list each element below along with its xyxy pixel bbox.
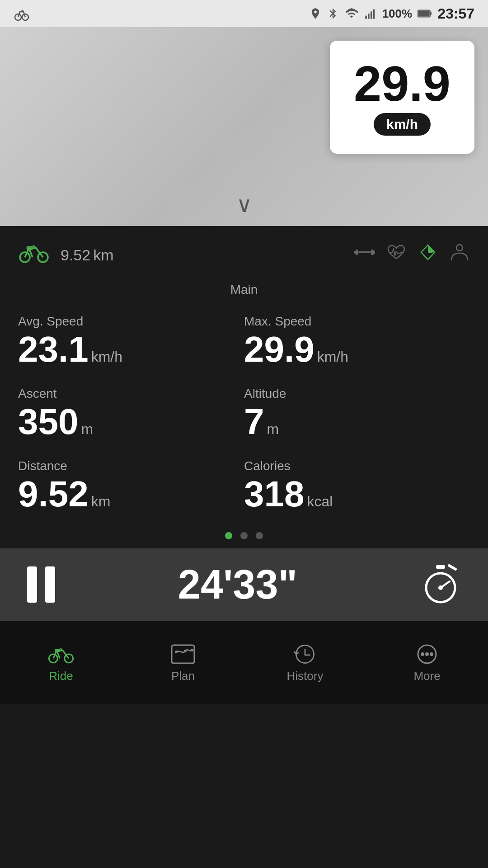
svg-rect-4 xyxy=(371,11,372,19)
nav-more[interactable]: More xyxy=(366,621,488,704)
pagination-dots xyxy=(18,528,470,548)
nav-history-label: History xyxy=(287,669,324,683)
page-dot-1[interactable] xyxy=(225,532,232,539)
timer-display: 24'33" xyxy=(178,561,297,608)
total-distance-display: 9.52km xyxy=(18,239,114,266)
battery-percent: 100% xyxy=(382,7,413,21)
stopwatch-icon xyxy=(420,564,461,605)
more-nav-icon xyxy=(413,643,441,665)
svg-point-9 xyxy=(20,252,30,262)
stat-calories-label: Calories xyxy=(244,459,470,473)
location-icon xyxy=(309,7,322,20)
nav-plan[interactable]: Plan xyxy=(122,621,244,704)
stat-distance-label: Distance xyxy=(18,459,244,473)
nav-ride-label: Ride xyxy=(49,669,73,683)
svg-rect-15 xyxy=(372,251,375,254)
stat-max-speed-value: 29.9km/h xyxy=(244,331,470,368)
svg-point-23 xyxy=(49,654,57,663)
stat-calories: Calories 318kcal xyxy=(244,451,470,523)
stat-ascent-label: Ascent xyxy=(18,387,244,401)
status-right-icons: 100% 23:57 xyxy=(309,5,474,22)
svg-point-17 xyxy=(456,245,463,251)
svg-rect-18 xyxy=(436,565,445,569)
svg-point-34 xyxy=(421,652,424,656)
stat-ascent: Ascent 350m xyxy=(18,378,244,451)
svg-rect-16 xyxy=(358,251,371,253)
svg-rect-7 xyxy=(430,12,432,15)
svg-point-22 xyxy=(438,585,443,590)
stat-altitude-value: 7m xyxy=(244,404,470,440)
navigation-icon xyxy=(418,243,438,261)
profile-icon xyxy=(449,243,470,261)
bike-status-icon xyxy=(14,5,30,22)
svg-rect-14 xyxy=(354,251,357,254)
svg-rect-8 xyxy=(418,11,430,17)
speed-card: 29.9 km/h xyxy=(330,41,474,154)
lap-button[interactable] xyxy=(420,564,461,605)
total-distance-value: 9.52km xyxy=(58,239,114,266)
header-action-icons xyxy=(354,243,470,261)
nav-plan-label: Plan xyxy=(171,669,195,683)
ride-nav-icon xyxy=(47,643,75,665)
stat-ascent-value: 350m xyxy=(18,404,244,440)
nav-history[interactable]: History xyxy=(244,621,366,704)
stat-distance: Distance 9.52km xyxy=(18,451,244,523)
history-nav-icon xyxy=(291,643,319,665)
page-dot-2[interactable] xyxy=(240,532,248,539)
svg-point-35 xyxy=(425,652,429,656)
stat-distance-value: 9.52km xyxy=(18,476,244,512)
current-speed: 29.9 xyxy=(354,59,450,108)
stat-calories-value: 318kcal xyxy=(244,476,470,512)
signal-icon xyxy=(364,7,377,20)
page-dot-3[interactable] xyxy=(256,532,263,539)
bike-icon-green xyxy=(18,241,50,264)
stats-grid: Avg. Speed 23.1km/h Max. Speed 29.9km/h … xyxy=(18,306,470,528)
wifi-icon xyxy=(344,7,359,20)
svg-point-36 xyxy=(430,652,433,656)
bluetooth-icon xyxy=(327,8,339,19)
nav-more-label: More xyxy=(413,669,440,683)
svg-rect-3 xyxy=(368,14,370,19)
svg-point-28 xyxy=(184,650,187,652)
pause-bar-left xyxy=(27,566,37,603)
battery-icon xyxy=(418,7,432,20)
pause-button[interactable] xyxy=(27,566,55,603)
speed-unit: km/h xyxy=(374,113,431,136)
chevron-down-icon: ∨ xyxy=(236,193,252,217)
svg-rect-2 xyxy=(365,16,367,19)
stat-avg-speed: Avg. Speed 23.1km/h xyxy=(18,306,244,378)
svg-point-29 xyxy=(191,649,193,651)
status-left-icons xyxy=(14,5,30,22)
stats-header: 9.52km xyxy=(18,226,470,275)
bottom-nav: Ride Plan History More xyxy=(0,621,488,704)
svg-rect-26 xyxy=(172,645,194,663)
timer-bar: 24'33" xyxy=(0,548,488,621)
stat-max-speed: Max. Speed 29.9km/h xyxy=(244,306,470,378)
stat-max-speed-label: Max. Speed xyxy=(244,314,470,329)
plan-nav-icon xyxy=(169,643,197,665)
stats-area: 9.52km xyxy=(0,226,488,548)
map-area: 29.9 km/h ∨ xyxy=(0,27,488,226)
svg-point-27 xyxy=(175,651,178,653)
svg-rect-19 xyxy=(447,564,457,571)
stat-avg-speed-value: 23.1km/h xyxy=(18,331,244,368)
stat-avg-speed-label: Avg. Speed xyxy=(18,314,244,329)
stat-altitude-label: Altitude xyxy=(244,387,470,401)
pause-bar-right xyxy=(45,566,55,603)
heart-rate-icon xyxy=(386,243,407,261)
stat-altitude: Altitude 7m xyxy=(244,378,470,451)
workout-icon xyxy=(354,243,375,261)
stats-divider xyxy=(18,275,470,275)
svg-rect-5 xyxy=(373,9,375,19)
collapse-chevron[interactable]: ∨ xyxy=(236,192,252,217)
section-label: Main xyxy=(18,283,470,297)
nav-ride[interactable]: Ride xyxy=(0,621,122,704)
time-display: 23:57 xyxy=(437,5,474,22)
status-bar: 100% 23:57 xyxy=(0,0,488,27)
